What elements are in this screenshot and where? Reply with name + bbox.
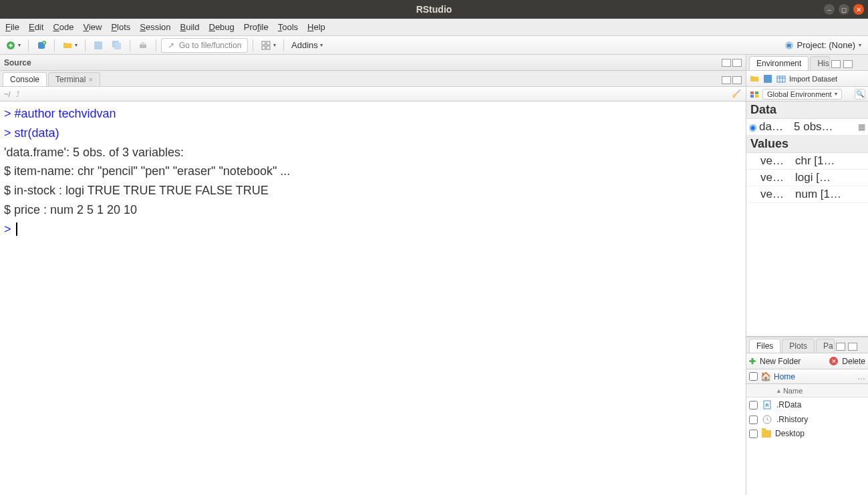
menu-debug[interactable]: Debug <box>209 22 235 32</box>
env-item-value-row[interactable]: ve… chr [1… <box>746 153 868 170</box>
window-close-button[interactable]: ✕ <box>853 4 864 15</box>
pane-minimize-icon[interactable] <box>831 60 841 68</box>
menu-view[interactable]: View <box>83 22 102 32</box>
menu-code[interactable]: Code <box>53 22 74 32</box>
breadcrumb-home[interactable]: Home <box>774 372 795 381</box>
more-icon[interactable]: … <box>857 372 865 381</box>
env-item-value: 5 obs… <box>794 120 855 134</box>
expand-icon[interactable]: ◉ <box>749 122 756 132</box>
menu-edit[interactable]: Edit <box>29 22 43 32</box>
env-item-data[interactable]: ◉ da… 5 obs… ▦ <box>746 119 868 136</box>
pane-maximize-icon[interactable] <box>732 59 742 67</box>
file-checkbox[interactable] <box>749 416 758 424</box>
file-name: .Rhistory <box>776 415 808 424</box>
console-output[interactable]: > #author techvidvan > str(data) 'data.f… <box>0 102 746 495</box>
tab-terminal[interactable]: Terminal × <box>48 72 100 86</box>
environment-tabs: Environment His <box>746 55 868 71</box>
sort-asc-icon[interactable]: ▲ <box>776 387 782 394</box>
env-section-values: Values <box>746 136 868 153</box>
console-tabs: Console Terminal × <box>0 71 746 87</box>
search-environment-button[interactable]: 🔍 <box>855 89 865 100</box>
tab-packages[interactable]: Pa <box>816 339 835 353</box>
create-project-button[interactable] <box>33 39 49 52</box>
menu-plots[interactable]: Plots <box>111 22 130 32</box>
window-maximize-button[interactable]: ◻ <box>839 4 849 15</box>
new-file-button[interactable]: ▾ <box>3 39 23 52</box>
svg-rect-18 <box>750 95 754 98</box>
close-icon[interactable]: × <box>88 75 92 84</box>
open-file-button[interactable]: ▾ <box>59 39 80 52</box>
select-all-checkbox[interactable] <box>749 372 758 381</box>
pane-minimize-icon[interactable] <box>722 59 731 67</box>
files-toolbar: ✚ New Folder ✕ Delete <box>746 353 868 369</box>
tab-environment-label: Environment <box>756 59 801 68</box>
import-dataset-button[interactable]: Import Dataset <box>789 75 837 83</box>
clear-console-icon[interactable]: 🧹 <box>731 89 742 100</box>
files-tabs: Files Plots Pa <box>746 337 868 353</box>
new-folder-button[interactable]: New Folder <box>760 357 801 366</box>
grid-button[interactable]: ▾ <box>258 39 279 52</box>
svg-text:R: R <box>765 403 768 407</box>
new-folder-plus-icon: ✚ <box>749 357 756 366</box>
tab-plots[interactable]: Plots <box>782 339 815 353</box>
console-line: 'data.frame': 5 obs. of 3 variables: <box>4 143 742 162</box>
svg-rect-19 <box>755 95 758 98</box>
file-name: Desktop <box>775 429 805 438</box>
addins-button[interactable]: Addins ▾ <box>289 39 325 51</box>
pane-minimize-icon[interactable] <box>836 343 845 351</box>
delete-button[interactable]: Delete <box>842 357 865 366</box>
menu-help[interactable]: Help <box>307 22 325 32</box>
rhistory-file-icon <box>762 414 772 425</box>
tab-environment[interactable]: Environment <box>749 56 809 70</box>
search-icon: 🔍 <box>856 90 864 98</box>
env-section-data: Data <box>746 102 868 119</box>
import-dataset-icon[interactable] <box>776 73 786 84</box>
project-label[interactable]: Project: (None) <box>797 40 855 50</box>
env-item-value-row[interactable]: ve… logi [… <box>746 170 868 186</box>
file-row[interactable]: Desktop <box>746 427 868 440</box>
window-controls: – ◻ ✕ <box>824 4 864 15</box>
print-button[interactable] <box>135 39 151 52</box>
save-all-icon <box>112 40 122 51</box>
files-name-header[interactable]: Name <box>783 387 803 395</box>
env-item-value-row[interactable]: ve… num [1… <box>746 186 868 203</box>
environment-scope-selector[interactable]: Global Environment ▾ <box>762 89 842 100</box>
env-item-value: chr [1… <box>795 154 865 168</box>
file-row[interactable]: R .RData <box>746 397 868 412</box>
window-minimize-button[interactable]: – <box>824 4 835 15</box>
menu-file[interactable]: File <box>5 22 19 32</box>
view-table-icon[interactable]: ▦ <box>858 122 865 132</box>
pane-minimize-icon[interactable] <box>722 76 731 84</box>
file-checkbox[interactable] <box>749 401 758 409</box>
save-all-button[interactable] <box>109 39 125 52</box>
menu-profile[interactable]: Profile <box>244 22 269 32</box>
pane-maximize-icon[interactable] <box>843 60 853 68</box>
load-workspace-icon[interactable] <box>749 73 760 84</box>
menu-tools[interactable]: Tools <box>278 22 298 32</box>
tab-files[interactable]: Files <box>749 339 780 353</box>
pane-maximize-icon[interactable] <box>732 76 742 84</box>
print-icon <box>138 40 148 51</box>
menu-session[interactable]: Session <box>140 22 170 32</box>
svg-rect-17 <box>755 92 758 94</box>
chevron-down-icon: ▾ <box>18 42 21 48</box>
toolbar-separator <box>85 39 86 51</box>
tab-plots-label: Plots <box>789 341 807 351</box>
svg-rect-3 <box>94 41 102 49</box>
r-project-icon: R <box>784 40 794 51</box>
file-row[interactable]: .Rhistory <box>746 412 868 427</box>
tab-console[interactable]: Console <box>3 72 47 86</box>
home-icon: 🏠 <box>760 371 771 381</box>
goto-file-function-input[interactable]: ↗ Go to file/function <box>161 38 248 53</box>
environment-listing: Data ◉ da… 5 obs… ▦ Values ve… chr [1… v… <box>746 102 868 203</box>
menu-build[interactable]: Build <box>180 22 200 32</box>
file-checkbox[interactable] <box>749 430 758 438</box>
save-workspace-icon[interactable] <box>762 73 773 84</box>
toolbar-separator <box>253 39 253 51</box>
delete-icon: ✕ <box>829 357 838 365</box>
console-sub-toolbar: ~/ ⤴ 🧹 <box>0 87 746 102</box>
save-button[interactable] <box>90 39 106 52</box>
goto-dir-icon[interactable]: ⤴ <box>13 89 23 100</box>
pane-maximize-icon[interactable] <box>848 343 857 351</box>
tab-history[interactable]: His <box>810 56 830 70</box>
